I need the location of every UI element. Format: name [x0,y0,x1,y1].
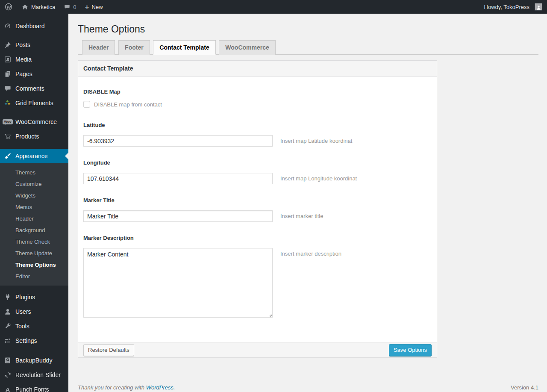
user-icon [3,307,12,316]
letter-a-glyph: A [6,386,10,392]
tab-contact-template[interactable]: Contact Template [153,40,215,55]
sidebar-item-punch-fonts[interactable]: A Punch Fonts [0,382,68,392]
cart-icon [3,132,12,141]
sidebar-item-pages[interactable]: Pages [0,67,68,81]
field-label: Longitude [83,159,432,166]
footer-thanks-prefix: Thank you for creating with [78,384,146,391]
sidebar-item-appearance[interactable]: Appearance [0,149,68,163]
menu-separator [0,144,68,149]
tab-header[interactable]: Header [82,40,115,55]
panel-body: DISABLE Map DISABLE map from contact Lat… [78,77,437,342]
wordpress-logo-icon [4,3,13,11]
submenu-item-background[interactable]: Background [0,224,68,236]
footer-thanks-text: Thank you for creating with WordPress. [78,384,175,391]
sidebar-item-label: Tools [15,323,29,330]
sidebar-item-comments[interactable]: Comments [0,81,68,96]
marker-description-input-row: Marker Content Insert marker description [83,248,432,318]
sidebar-item-plugins[interactable]: Plugins [0,290,68,304]
panel-footer: Restore Defaults Save Options [78,342,437,357]
submenu-item-themes[interactable]: Themes [0,167,68,178]
sidebar-item-products[interactable]: Products [0,129,68,144]
wordpress-link[interactable]: WordPress [146,384,174,391]
sidebar-item-label: BackupBuddy [15,357,52,364]
longitude-input[interactable] [83,173,273,184]
sidebar-item-posts[interactable]: Posts [0,38,68,52]
marker-description-textarea[interactable]: Marker Content [83,248,273,318]
menu-separator [0,286,68,290]
sidebar-item-users[interactable]: Users [0,304,68,319]
page-title: Theme Options [78,23,538,35]
new-label: New [92,4,103,10]
admin-bar-left: Marketica 0 + New [0,0,107,14]
new-content-menu-item[interactable]: + New [81,0,107,14]
marker-title-input[interactable] [83,210,273,222]
sidebar-item-dashboard[interactable]: Dashboard [0,19,68,33]
media-icon [3,55,12,64]
slider-icon [3,371,12,379]
submenu-item-menus[interactable]: Menus [0,201,68,213]
sidebar-item-label: Users [15,308,31,315]
sidebar-item-label: Grid Elements [15,100,53,106]
tab-woocommerce[interactable]: WooCommerce [219,40,275,55]
site-menu-item[interactable]: Marketica [17,0,59,14]
avatar-person-icon [536,5,541,10]
comment-bubble-icon [64,3,71,10]
field-latitude: Latitude Insert map Latitude koordinat [83,122,432,147]
sidebar-item-label: Media [15,56,32,63]
sidebar-item-backupbuddy[interactable]: BackupBuddy [0,353,68,368]
plug-icon [3,293,12,301]
sidebar-item-settings[interactable]: Settings [0,333,68,348]
menu-separator [0,348,68,353]
menu-separator [0,110,68,115]
disable-map-checkbox[interactable] [83,101,90,108]
submenu-item-theme-update[interactable]: Theme Update [0,248,68,259]
home-icon [21,3,29,11]
sidebar-item-media[interactable]: Media [0,52,68,67]
sidebar-item-grid-elements[interactable]: Grid Elements [0,96,68,110]
footer-thanks-period: . [174,384,175,391]
sidebar-item-label: Posts [15,41,30,48]
wordpress-logo-icon[interactable] [0,0,17,14]
appearance-submenu-wrapper: Themes Customize Widgets Menus Header Ba… [0,163,68,286]
longitude-help-text: Insert map Longitude koordinat [280,173,357,182]
longitude-input-row: Insert map Longitude koordinat [83,173,432,184]
sidebar-item-label: Punch Fonts [15,386,49,392]
admin-sidebar: Dashboard Posts Media Pages Commen [0,14,68,392]
field-label: Marker Description [83,235,432,241]
tab-footer[interactable]: Footer [118,40,150,55]
my-account-menu-item[interactable]: Howdy, TokoPress [480,0,542,14]
disable-map-checkbox-label: DISABLE map from contact [94,101,162,108]
submenu-item-theme-options[interactable]: Theme Options [0,259,68,271]
sidebar-item-woocommerce[interactable]: Woo WooCommerce [0,115,68,129]
sidebar-item-label: Pages [15,71,32,77]
disable-map-check-row: DISABLE map from contact [83,101,432,108]
main-content: Theme Options Header Footer Contact Temp… [68,0,547,391]
field-label: Marker Title [83,197,432,203]
sidebar-item-label: Settings [15,337,37,344]
sidebar-item-label: Plugins [15,294,35,301]
appearance-submenu: Themes Customize Widgets Menus Header Ba… [0,163,68,286]
tab-bar: Header Footer Contact Template WooCommer… [78,40,538,55]
admin-bar-right: Howdy, TokoPress [480,0,547,14]
restore-defaults-button[interactable]: Restore Defaults [83,344,134,356]
submenu-item-customize[interactable]: Customize [0,178,68,190]
latitude-input[interactable] [83,135,273,147]
submenu-item-header[interactable]: Header [0,213,68,224]
footer-version: Version 4.1 [511,384,538,391]
fonts-icon: A [3,385,12,392]
howdy-text: Howdy, TokoPress [484,4,529,10]
submenu-item-editor[interactable]: Editor [0,271,68,282]
comment-count: 0 [73,4,76,10]
field-marker-title: Marker Title Insert marker title [83,197,432,222]
settings-icon [3,336,12,345]
comments-menu-item[interactable]: 0 [59,0,80,14]
sidebar-item-label: Dashboard [15,23,45,29]
submenu-item-theme-check[interactable]: Theme Check [0,236,68,248]
backup-icon [3,356,12,365]
sidebar-item-revolution-slider[interactable]: Revolution Slider [0,368,68,382]
sidebar-item-label: Products [15,133,39,140]
submenu-item-widgets[interactable]: Widgets [0,190,68,201]
save-options-button[interactable]: Save Options [389,344,432,356]
avatar [535,3,542,10]
sidebar-item-tools[interactable]: Tools [0,319,68,333]
